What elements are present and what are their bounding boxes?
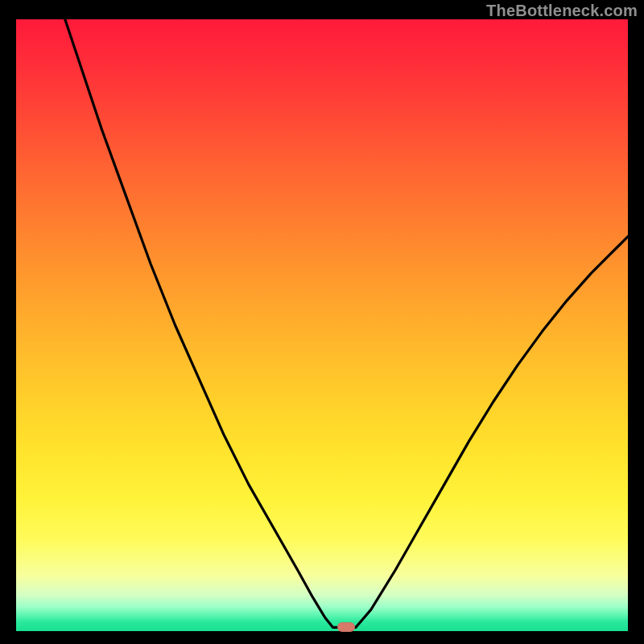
bottleneck-curve [16, 19, 628, 631]
minimum-marker [337, 622, 355, 632]
chart-frame: TheBottleneck.com [0, 0, 644, 644]
watermark-text: TheBottleneck.com [486, 2, 638, 20]
